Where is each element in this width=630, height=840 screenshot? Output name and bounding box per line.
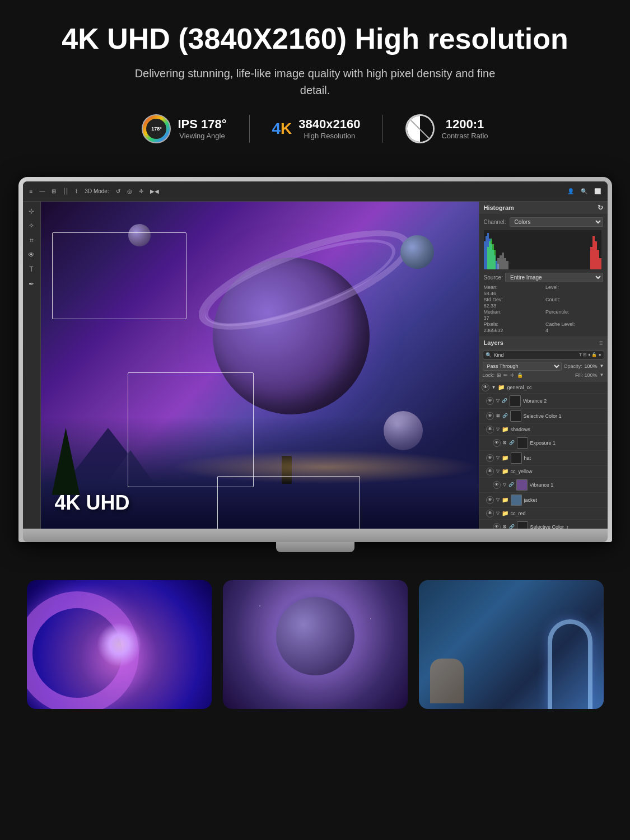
layer-eye-hat[interactable]: 👁 [486, 454, 494, 462]
ps-tool-wand[interactable]: ✧ [25, 220, 38, 232]
layer-row-jacket[interactable]: 👁 ▽ 📁 jacket [479, 493, 608, 508]
stat-pixels-val: 2365632 [484, 328, 542, 333]
lock-icon[interactable]: ⊞ [497, 372, 501, 378]
blend-row: Pass Through Normal Multiply Screen Opac… [483, 362, 604, 371]
selection-box-3 [217, 476, 360, 529]
source-select[interactable]: Entire Image [505, 273, 603, 282]
layer-icon-selective1: ⊠ [496, 413, 500, 418]
layer-arrow-hat[interactable]: ▽ [496, 455, 500, 460]
ps-tool-menu[interactable]: ≡ [27, 187, 35, 195]
layer-row-hat[interactable]: 👁 ▽ 📁 hat [479, 451, 608, 466]
stat-mean-val: 58.46 [484, 291, 542, 296]
thumb1-glow [97, 622, 142, 667]
contrast-right [420, 116, 433, 142]
histogram-body: Channel: Colors RGB Red Green Blue [479, 214, 608, 337]
layer-row-general[interactable]: 👁 ▼ 📁 general_cc [479, 382, 608, 394]
contrast-icon [405, 114, 435, 143]
layer-eye-selective1[interactable]: 👁 [486, 412, 494, 420]
layer-folder-ccyellow: 📁 [502, 468, 508, 474]
ps-tool-3d[interactable]: 3D Mode: [82, 187, 111, 195]
ps-tool-orbit[interactable]: ◎ [125, 187, 134, 195]
layer-arrow-ccyellow[interactable]: ▽ [496, 469, 500, 474]
histogram-header: Histogram ↻ [479, 202, 608, 214]
ps-tool-lines[interactable]: ⌇ [73, 187, 80, 195]
lock-move[interactable]: ✛ [510, 372, 515, 378]
svg-rect-20 [592, 236, 595, 269]
layer-arrow-vibrance2[interactable]: ▽ [496, 398, 500, 403]
ps-tool-window[interactable]: ⬜ [592, 187, 603, 195]
layer-eye-selectiver[interactable]: 👁 [493, 523, 501, 529]
spec-contrast-label: Contrast Ratio [441, 132, 488, 140]
stat-stddev-label: Std Dev: [484, 297, 542, 302]
layer-eye-ccred[interactable]: 👁 [486, 510, 494, 517]
svg-rect-11 [491, 239, 492, 269]
layers-search[interactable]: 🔍 Kind T ⊞ ♦ 🔒 ● [483, 351, 604, 360]
layer-icon-exposure: ⊠ [503, 440, 507, 445]
channel-select[interactable]: Colors RGB Red Green Blue [510, 217, 603, 227]
ps-tool-dash[interactable]: — [37, 187, 47, 195]
ps-tool-grid1[interactable]: ⊞ [49, 187, 58, 195]
layer-row-ccred[interactable]: 👁 ▽ 📁 cc_red [479, 508, 608, 520]
planet-small [400, 235, 434, 269]
layers-menu[interactable]: ≡ [599, 339, 603, 346]
ps-tool-search[interactable]: 🔍 [578, 187, 590, 195]
layer-arrow-jacket[interactable]: ▽ [496, 497, 500, 502]
ps-tool-user[interactable]: 👤 [565, 187, 576, 195]
layer-thumb-vibrance2 [510, 395, 521, 407]
layer-row-shadows[interactable]: 👁 ▽ 📁 shadows [479, 424, 608, 436]
layer-row-vibrance1[interactable]: 👁 ▽ 🔗 Vibrance 1 [479, 478, 608, 493]
layer-row-ccyellow[interactable]: 👁 ▽ 📁 cc_yellow [479, 466, 608, 478]
opacity-arrow[interactable]: ▼ [600, 363, 604, 368]
histogram-refresh[interactable]: ↻ [598, 204, 603, 212]
lock-padlock[interactable]: 🔒 [517, 372, 523, 378]
layer-name-selective1: Selective Color 1 [524, 413, 605, 419]
thumbnails-section [0, 563, 630, 731]
layer-eye-jacket[interactable]: 👁 [486, 496, 494, 504]
ps-tool-text[interactable]: T [25, 263, 38, 276]
ps-tool-select[interactable]: ⊹ [25, 205, 38, 217]
source-label: Source: [484, 274, 503, 281]
svg-rect-21 [595, 241, 597, 269]
layer-eye-ccyellow[interactable]: 👁 [486, 468, 494, 475]
svg-rect-1 [486, 236, 487, 269]
layer-arrow-general[interactable]: ▼ [492, 385, 496, 390]
stat-pixels-label: Pixels: [484, 321, 542, 327]
lock-pen[interactable]: ✏ [503, 372, 508, 378]
stat-level-val [545, 291, 603, 296]
layer-arrow-ccred[interactable]: ▽ [496, 511, 500, 516]
layer-row-selective1[interactable]: 👁 ⊠ 🔗 Selective Color 1 [479, 409, 608, 424]
layer-eye-shadows[interactable]: 👁 [486, 426, 494, 433]
ps-tool-rotate[interactable]: ↺ [114, 187, 123, 195]
layer-eye-vibrance2[interactable]: 👁 [486, 397, 494, 405]
layer-name-vibrance1: Vibrance 1 [530, 482, 605, 488]
ps-tool-crop[interactable]: ⌗ [25, 234, 38, 246]
layer-row-vibrance2[interactable]: 👁 ▽ 🔗 Vibrance 2 [479, 394, 608, 409]
layer-name-ccred: cc_red [511, 511, 605, 516]
layer-name-hat: hat [524, 455, 605, 461]
ps-tool-chart[interactable]: ⎮⎮ [60, 187, 71, 195]
layer-eye-vibrance1[interactable]: 👁 [493, 481, 501, 489]
svg-rect-14 [497, 258, 500, 269]
layer-chain-vibrance2: 🔗 [502, 398, 507, 403]
ps-tool-move[interactable]: ✛ [137, 187, 146, 195]
spec-resolution: 4K 3840x2160 High Resolution [250, 117, 383, 140]
svg-rect-23 [599, 258, 601, 269]
stat-cachelevel-val: 4 [545, 328, 603, 333]
layer-row-selectiver[interactable]: 👁 ⊠ 🔗 Selective Color_r [479, 520, 608, 529]
layer-eye-exposure[interactable]: 👁 [493, 439, 501, 447]
monitor-section: ≡ — ⊞ ⎮⎮ ⌇ 3D Mode: ↺ ◎ ✛ ▶◀ 👤 🔍 ⬜ [0, 171, 630, 563]
ps-tool-cam[interactable]: ▶◀ [148, 187, 161, 195]
spec-res-value: 3840x2160 [298, 117, 360, 132]
svg-rect-17 [504, 258, 506, 269]
layer-arrow-shadows[interactable]: ▽ [496, 427, 500, 432]
ps-tool-pen[interactable]: ✒ [25, 278, 38, 290]
fill-arrow[interactable]: ▼ [600, 372, 604, 377]
selection-box-2 [128, 372, 254, 487]
layer-arrow-vibrance1[interactable]: ▽ [503, 482, 506, 487]
layer-eye-general[interactable]: 👁 [482, 384, 489, 391]
histogram-title: Histogram [484, 204, 514, 211]
blend-mode-select[interactable]: Pass Through Normal Multiply Screen [483, 362, 562, 371]
ps-tool-eye[interactable]: 👁 [25, 249, 38, 261]
spec-ips: 178° IPS 178° Viewing Angle [119, 114, 249, 143]
layer-row-exposure[interactable]: 👁 ⊠ 🔗 Exposure 1 [479, 436, 608, 451]
